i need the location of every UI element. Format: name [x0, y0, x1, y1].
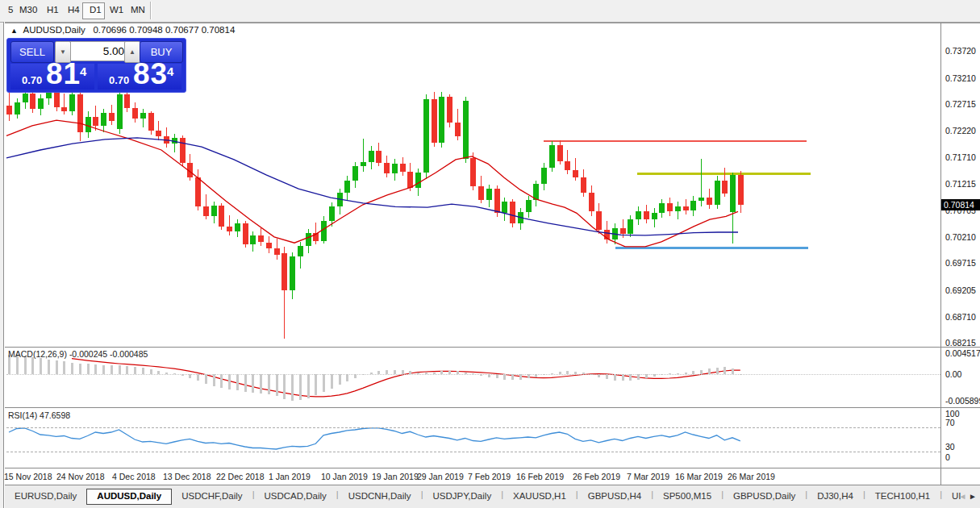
candle [730, 175, 736, 212]
macd-bar [315, 374, 317, 395]
rsi-label: RSI(14) 47.6598 [8, 410, 70, 420]
price-axis-label: 0.72220 [945, 126, 976, 135]
macd-bar [299, 374, 302, 400]
candle [266, 243, 272, 249]
candle [195, 177, 201, 206]
candle [306, 233, 311, 246]
tab-eurusd-daily[interactable]: EURUSD,Daily [5, 489, 86, 503]
macd-bar [291, 374, 294, 401]
candle [352, 166, 358, 180]
candle [344, 181, 350, 194]
candle [321, 221, 327, 241]
macd-bar [307, 374, 310, 398]
candle-wick [64, 94, 65, 115]
tab-scroll-left-icon[interactable]: ◄ [958, 492, 966, 501]
panel-divider-macd[interactable] [5, 347, 980, 348]
date-axis-label: 7 Feb 2019 [468, 472, 511, 481]
candle [298, 246, 303, 256]
ask-price-pipette: 4 [167, 65, 173, 78]
candle [432, 99, 437, 144]
ask-price-display[interactable]: 0.70 83 4 [98, 64, 181, 90]
candle [415, 173, 421, 187]
symbol-collapse-icon[interactable]: ▲ [10, 27, 18, 35]
macd-bar [134, 367, 136, 374]
candle [722, 181, 728, 194]
candle [652, 213, 657, 220]
date-axis-label: 16 Mar 2019 [675, 472, 723, 481]
macd-bar [48, 360, 50, 374]
tab-tech100-h1[interactable]: TECH100,H1 [865, 489, 940, 503]
timeframe-button-w1[interactable]: W1 [103, 2, 124, 18]
price-axis-label: 0.68215 [945, 338, 976, 348]
candle [675, 206, 681, 212]
price-axis-label: 0.72715 [945, 99, 976, 109]
rsi-level-70-line [6, 427, 940, 428]
macd-bar [142, 368, 144, 374]
candle [667, 203, 673, 211]
macd-bar [276, 374, 278, 396]
tab-usdcnh-daily[interactable]: USDCNH,Daily [339, 489, 421, 503]
date-axis-label: 10 Jan 2019 [321, 472, 368, 481]
macd-bar [63, 361, 65, 374]
macd-bar [260, 374, 262, 393]
price-axis-line [940, 23, 941, 485]
candle [690, 201, 696, 210]
price-axis-label: 0.68710 [945, 312, 976, 322]
macd-bar [236, 374, 239, 390]
candle [439, 97, 444, 144]
tab-dj30-h4[interactable]: DJ30,H4 [807, 489, 863, 503]
macd-bar [220, 374, 223, 388]
tab-scroll-arrows[interactable]: ◄ ► [958, 492, 977, 501]
tab-sp500-m15[interactable]: SP500,M15 [653, 489, 721, 503]
candle [707, 198, 712, 206]
macd-bar [268, 374, 270, 394]
tab-usdchf-daily[interactable]: USDCHF,Daily [172, 489, 252, 503]
tab-scroll-right-icon[interactable]: ► [969, 492, 977, 501]
candle [612, 228, 618, 239]
candle [447, 97, 452, 123]
price-axis-label: 0.69715 [945, 258, 976, 268]
macd-bar [24, 356, 27, 374]
candle [549, 145, 555, 168]
tab-usdcad-daily[interactable]: USDCAD,Daily [254, 489, 336, 503]
macd-bar [622, 374, 624, 381]
candle [85, 117, 91, 133]
toolbar-separator [150, 2, 151, 19]
ask-price-big-digits: 83 [133, 57, 168, 91]
candle [494, 189, 500, 213]
macd-bar [331, 374, 333, 389]
date-axis-label: 7 Mar 2019 [627, 472, 669, 481]
price-axis-label: 0.70210 [945, 232, 976, 242]
candle [384, 163, 390, 173]
hline-support-blue[interactable] [615, 247, 808, 249]
macd-bar [346, 374, 348, 381]
tab-gbpusd-daily[interactable]: GBPUSD,Daily [724, 489, 805, 503]
macd-bar [71, 363, 73, 374]
candle [699, 198, 704, 202]
candle [683, 206, 689, 210]
macd-bar [511, 374, 514, 380]
timeframe-button-h4[interactable]: H4 [61, 2, 82, 18]
timeframe-button-m30[interactable]: M30 [13, 2, 40, 18]
candle [109, 113, 115, 121]
candle [124, 94, 130, 108]
timeframe-button-mn[interactable]: MN [124, 2, 147, 18]
bid-price-prefix: 0.70 [22, 74, 42, 86]
tab-xauusd-h1[interactable]: XAUUSD,H1 [503, 489, 576, 503]
candle [565, 161, 570, 170]
date-axis-label: 1 Jan 2019 [269, 472, 311, 481]
tab-usdjpy-daily[interactable]: USDJPY,Daily [423, 489, 501, 503]
timeframe-button-h1[interactable]: H1 [40, 2, 61, 18]
tab-gbpusd-h4[interactable]: GBPUSD,H4 [578, 489, 651, 503]
timeframe-button-d1[interactable]: D1 [82, 2, 105, 19]
candle [376, 151, 382, 163]
tab-audusd-daily[interactable]: AUDUSD,Daily [86, 489, 172, 505]
panel-divider-rsi[interactable] [5, 407, 980, 408]
candle [281, 253, 287, 289]
candle [235, 223, 240, 232]
candle [463, 101, 469, 159]
date-axis-label: 4 Dec 2018 [112, 472, 156, 481]
hline-resistance-red[interactable] [544, 140, 807, 142]
candle [290, 256, 295, 289]
bid-price-display[interactable]: 0.70 81 4 [10, 64, 94, 90]
